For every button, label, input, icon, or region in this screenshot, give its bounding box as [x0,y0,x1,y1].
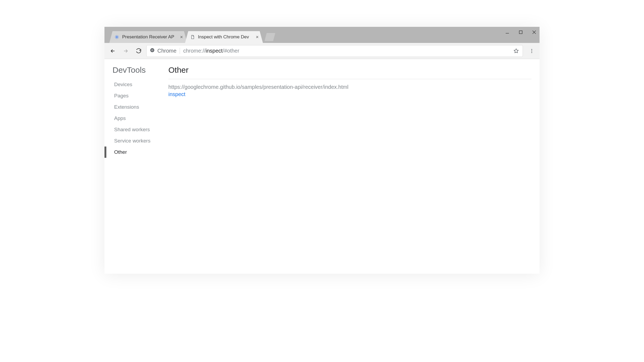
sidebar-item-shared-workers[interactable]: Shared workers [104,124,163,135]
devtools-sidebar: DevTools Devices Pages Extensions Apps S… [104,59,163,274]
snowflake-icon [114,34,120,40]
sidebar-item-other[interactable]: Other [104,147,163,158]
browser-window: Presentation Receiver AP × Inspect with … [104,27,540,274]
close-tab-button[interactable]: × [179,35,183,39]
forward-button[interactable] [121,46,131,56]
close-tab-button[interactable]: × [255,35,259,39]
address-bar[interactable]: Chrome chrome://inspect/#other [146,45,523,57]
window-controls [504,28,538,36]
sidebar-item-pages[interactable]: Pages [104,90,163,101]
minimize-button[interactable] [504,28,511,36]
maximize-button[interactable] [517,28,524,36]
main-panel: Other https://googlechrome.github.io/sam… [163,59,540,274]
svg-point-11 [531,49,532,50]
tab-title: Inspect with Chrome Dev [198,34,252,40]
sidebar-item-service-workers[interactable]: Service workers [104,135,163,147]
sidebar-title: DevTools [104,65,163,79]
tab-title: Presentation Receiver AP [122,34,177,40]
section-heading: Other [168,65,531,79]
target-url: https://googlechrome.github.io/samples/p… [168,84,531,90]
bookmark-star-button[interactable] [512,47,520,55]
chrome-icon [150,48,155,54]
sidebar-item-extensions[interactable]: Extensions [104,101,163,113]
svg-rect-5 [519,31,522,34]
sidebar-item-apps[interactable]: Apps [104,113,163,124]
svg-point-10 [152,50,153,51]
tab-inspect[interactable]: Inspect with Chrome Dev × [185,31,263,43]
site-chip: Chrome [150,48,180,54]
sidebar-item-devices[interactable]: Devices [104,79,163,90]
reload-button[interactable] [133,46,144,56]
svg-point-13 [531,52,532,53]
kebab-menu-button[interactable] [527,46,536,56]
svg-point-12 [531,50,532,51]
new-tab-button[interactable] [265,33,275,41]
toolbar: Chrome chrome://inspect/#other [104,43,540,59]
site-chip-label: Chrome [157,48,176,54]
back-button[interactable] [108,46,118,56]
url-text: chrome://inspect/#other [183,48,509,54]
inspect-link[interactable]: inspect [168,91,531,97]
page-content: DevTools Devices Pages Extensions Apps S… [104,59,540,274]
close-window-button[interactable] [530,28,538,36]
page-icon [190,34,195,40]
tab-strip: Presentation Receiver AP × Inspect with … [104,27,540,43]
tab-presentation-receiver[interactable]: Presentation Receiver AP × [109,31,187,43]
